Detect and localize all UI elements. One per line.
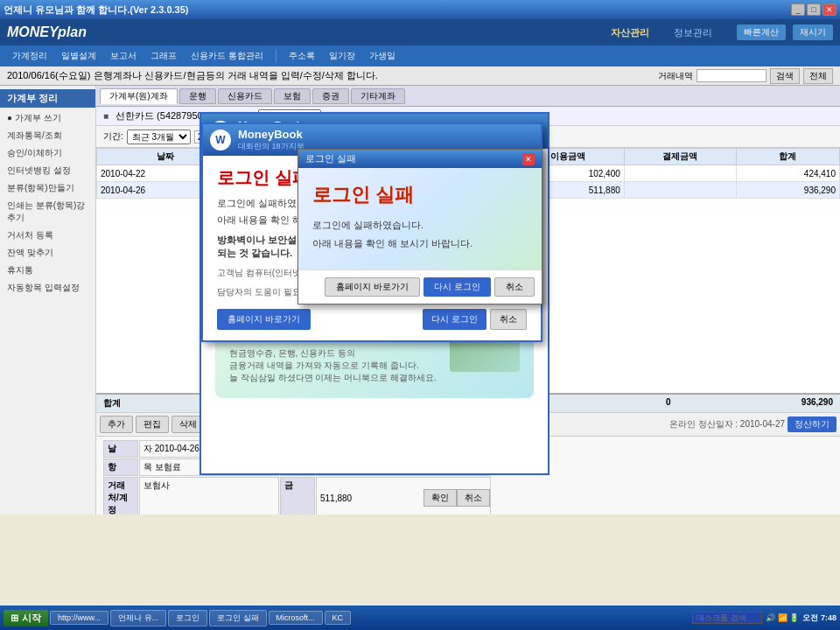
sidebar-item-vendor[interactable]: 거서처 등록 — [0, 227, 95, 244]
maximize-button[interactable]: □ — [807, 4, 821, 16]
edit-button[interactable]: 편집 — [136, 416, 169, 433]
sidebar-item-transfer[interactable]: 승인/이체하기 — [0, 144, 95, 162]
online-settle-button[interactable]: 정산하기 — [788, 416, 836, 432]
trade-search-input[interactable] — [696, 69, 766, 82]
nav-report[interactable]: 보고서 — [105, 48, 142, 64]
taskbar-item-kc[interactable]: KC — [325, 611, 352, 625]
detail-amount-label: 금 — [280, 477, 315, 514]
nav-graph[interactable]: 그래프 — [145, 48, 182, 64]
mb-fail-buttons: 홈페이지 바로가기 다시 로그인 취소 — [217, 309, 527, 330]
mb-homepage-button[interactable]: 홈페이지 바로가기 — [217, 309, 311, 330]
sidebar-item-category[interactable]: 분류(항목)만들기 — [0, 179, 95, 197]
taskbar-item-ms[interactable]: Microsoft... — [269, 611, 323, 625]
nav-card[interactable]: 신용카드 통합관리 — [186, 48, 269, 64]
login-modal-close-button[interactable]: ✕ — [522, 153, 535, 165]
period-range-select[interactable]: 최근 3개월 — [127, 130, 191, 144]
tab-insurance[interactable]: 보험 — [274, 88, 311, 104]
nav-account[interactable]: 가계정리 — [7, 48, 52, 64]
detail-amount-value: 511,880 — [317, 492, 424, 505]
detail-merchant-label: 거래처/계정 — [103, 477, 138, 514]
nav-address[interactable]: 주소록 — [284, 48, 320, 64]
tab-other[interactable]: 기타계좌 — [351, 88, 405, 104]
col-total: 합계 — [736, 149, 839, 165]
current-date: 2010/06/16(수요일) — [7, 69, 90, 82]
nav-daily[interactable]: 일별설계 — [56, 48, 102, 64]
tab-account[interactable]: 가계부(원)계좌 — [100, 88, 178, 104]
period-label: 기간: — [103, 130, 123, 143]
login-cancel-button[interactable]: 취소 — [494, 277, 535, 297]
login-fail-msg1: 로그인에 실패하였습니다. — [312, 219, 528, 232]
nav-diary[interactable]: 일기장 — [324, 48, 360, 64]
sidebar-item-write[interactable]: ● 가계부 쓰기 — [0, 109, 95, 127]
taskbar-item-login[interactable]: 로그인 — [168, 610, 207, 626]
card-select-label: ■ — [103, 111, 108, 121]
row-total: 424,410 — [736, 165, 839, 182]
sidebar-item-account[interactable]: 계좌통목/조회 — [0, 127, 95, 144]
login-fail-title: 로그인 실패 — [312, 182, 528, 208]
desktop-search-input[interactable] — [692, 612, 762, 624]
tab-bank[interactable]: 운행 — [179, 88, 216, 104]
nav-birthday[interactable]: 가생일 — [364, 48, 401, 64]
info-nav-section: 주소록 일기장 가생일 — [276, 48, 408, 64]
mb-right-buttons: 다시 로그인 취소 — [423, 309, 527, 330]
sidebar-item-banking[interactable]: 인터넷뱅킹 설정 — [0, 162, 95, 179]
login-modal-titlebar: 로그인 실패 ✕ — [298, 150, 542, 168]
taskbar-time: 오전 7:48 — [802, 612, 836, 624]
row-total: 936,290 — [736, 182, 839, 199]
mb-fail-header-text: MoneyBook 대화란의 18가지부 — [238, 128, 304, 152]
login-modal-body: 로그인 실패 로그인에 실패하였습니다. 아래 내용을 확인 해 보시기 바랍니… — [298, 168, 542, 270]
col-payment: 결제금액 — [624, 149, 736, 165]
login-fail-modal: 로그인 실패 ✕ 로그인 실패 로그인에 실패하였습니다. 아래 내용을 확인 … — [298, 149, 542, 304]
app-header: MONEYplan 자산관리 정보관리 빠른계산 재시기 — [0, 19, 840, 46]
tab-card[interactable]: 신용카드 — [218, 88, 272, 104]
detail-amount-row: 511,880 확인 취소 — [316, 477, 491, 514]
mb-retry-button[interactable]: 다시 로그인 — [423, 309, 486, 330]
online-calc-label: 온라인 정산일자 : 2010-04-27 — [669, 418, 785, 430]
sidebar-title: 가계부 정리 — [0, 89, 95, 108]
minimize-button[interactable]: _ — [791, 4, 805, 16]
add-button[interactable]: 추가 — [100, 416, 133, 433]
sidebar: 가계부 정리 ● 가계부 쓰기 계좌통목/조회 승인/이체하기 인터넷뱅킹 설정… — [0, 86, 96, 514]
cancel-button[interactable]: 취소 — [457, 489, 490, 507]
taskbar-icons: 🔊 📶 🔋 — [766, 613, 799, 622]
trade-search-button[interactable]: 검색 — [770, 68, 800, 84]
confirm-button[interactable]: 확인 — [424, 489, 457, 507]
taskbar: ⊞ 시작 http://www... 언제나 유... 로그인 로그인 실패 M… — [0, 606, 840, 630]
sidebar-item-auto[interactable]: 자동항목 입력설정 — [0, 279, 95, 297]
detail-item-label: 항 — [103, 458, 138, 476]
tab-bar: 가계부(원)계좌 운행 신용카드 보험 증권 기타계좌 — [96, 86, 840, 107]
taskbar-item-browser[interactable]: http://www... — [50, 611, 108, 625]
start-label: 시작 — [22, 612, 41, 625]
start-windows-icon: ⊞ — [10, 612, 18, 624]
row-payment — [624, 182, 736, 199]
taskbar-right: 🔊 📶 🔋 오전 7:48 — [692, 612, 836, 624]
window-controls: _ □ ✕ — [791, 4, 836, 16]
quick-calc-button[interactable]: 빠른계산 — [737, 24, 786, 40]
sub-nav-desc: 은행계좌나 신용카드/현금등의 거래 내역을 입력/수정/삭제 합니다. — [94, 69, 378, 82]
detail-date-label: 날 — [103, 440, 138, 458]
start-button[interactable]: ⊞ 시작 — [4, 610, 48, 626]
taskbar-item-app1[interactable]: 언제나 유... — [110, 610, 166, 626]
row-payment — [624, 165, 736, 182]
login-retry-button[interactable]: 다시 로그인 — [424, 277, 491, 297]
sidebar-item-trash[interactable]: 휴지통 — [0, 262, 95, 279]
taskbar-item-loginfail[interactable]: 로그인 실패 — [209, 610, 267, 626]
sidebar-item-print[interactable]: 인쇄는 분류(항목)강추기 — [0, 197, 95, 227]
tab-stock[interactable]: 증권 — [312, 88, 349, 104]
detail-merchant-value: 보험사 — [139, 477, 279, 514]
mb-fail-title-text: MoneyBook — [238, 128, 304, 141]
app-logo: MONEYplan — [7, 24, 87, 40]
trade-all-button[interactable]: 전체 — [803, 68, 833, 84]
mb-fail-logo: W — [210, 130, 231, 150]
asset-nav-section: 가계정리 일별설계 보고서 그래프 신용카드 통합관리 — [0, 48, 276, 64]
mb-cancel-button[interactable]: 취소 — [490, 309, 527, 330]
mb-promo-desc: 현금영수증, 은행, 신용카드 등의금융거래 내역을 가져와 자동으로 기록해 … — [229, 347, 439, 384]
mb-fail-subtitle-text: 대화란의 18가지부 — [238, 141, 304, 152]
restart-button[interactable]: 재시기 — [793, 24, 833, 40]
close-button[interactable]: ✕ — [822, 4, 836, 16]
login-homepage-button[interactable]: 홈페이지 바로가기 — [325, 277, 420, 297]
sidebar-item-balance[interactable]: 잔액 맞추기 — [0, 244, 95, 262]
total-total: 936,290 — [671, 397, 833, 410]
nav-bar: 가계정리 일별설계 보고서 그래프 신용카드 통합관리 주소록 일기장 가생일 — [0, 46, 840, 66]
title-bar: 언제니 유모님과 함께 합니다.(Ver 2.3.0.35) _ □ ✕ — [0, 0, 840, 19]
